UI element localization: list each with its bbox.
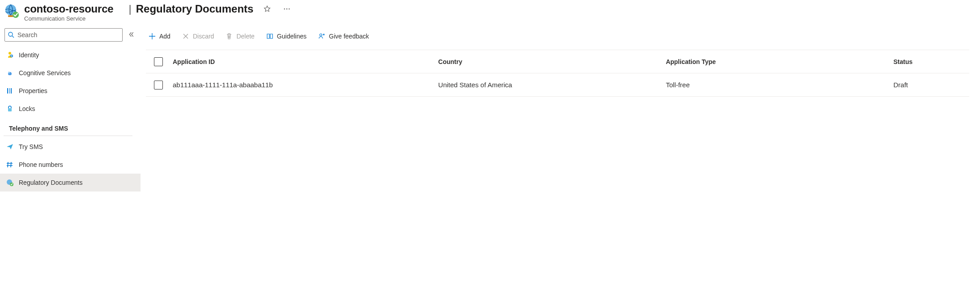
svg-rect-14 (8, 108, 12, 111)
feedback-button[interactable]: Give feedback (317, 31, 370, 42)
cell-status: Draft (893, 81, 969, 89)
documents-table: Application ID Country Application Type … (146, 50, 969, 97)
guidelines-button[interactable]: Guidelines (265, 31, 307, 42)
cell-app-type: Toll-free (666, 81, 894, 89)
regulatory-icon (6, 179, 13, 186)
nav-list-telephony: Try SMS Phone numbers Regulatory Documen… (0, 138, 141, 192)
svg-point-5 (289, 9, 290, 9)
search-box[interactable] (4, 28, 123, 42)
svg-point-6 (9, 32, 13, 36)
toolbar: Add Discard Delete (146, 28, 969, 50)
star-icon (263, 5, 271, 13)
svg-rect-11 (7, 88, 8, 94)
ellipsis-icon (283, 5, 291, 13)
hash-icon (6, 161, 13, 168)
svg-point-10 (8, 72, 10, 73)
column-country[interactable]: Country (438, 58, 666, 65)
add-button[interactable]: Add (148, 31, 171, 42)
discard-button[interactable]: Discard (181, 31, 215, 42)
svg-point-17 (320, 34, 322, 36)
sidebar-item-label: Try SMS (19, 143, 43, 150)
main-content: Add Discard Delete (141, 28, 980, 281)
sidebar-item-label: Identity (19, 51, 39, 59)
more-button[interactable] (281, 3, 293, 15)
lock-icon (6, 105, 13, 112)
resource-subtitle: Communication Service (24, 15, 293, 22)
svg-line-7 (12, 36, 14, 38)
resource-name: contoso-resource (24, 3, 114, 15)
toolbar-label: Guidelines (277, 33, 307, 40)
feedback-icon (318, 33, 325, 40)
sidebar-item-label: Cognitive Services (19, 69, 71, 77)
page-title: Regulatory Documents (136, 3, 254, 15)
svg-point-8 (9, 52, 11, 55)
sidebar-item-properties[interactable]: Properties (0, 82, 141, 100)
title-separator: | (129, 3, 132, 15)
select-all-checkbox[interactable] (154, 57, 163, 66)
toolbar-label: Discard (193, 33, 214, 40)
column-status[interactable]: Status (893, 58, 969, 65)
toolbar-label: Add (159, 33, 170, 40)
svg-point-4 (286, 9, 287, 9)
sidebar-item-trysms[interactable]: Try SMS (0, 138, 141, 156)
column-app-id[interactable]: Application ID (173, 58, 438, 65)
sidebar-item-cognitive[interactable]: Cognitive Services (0, 64, 141, 82)
trash-icon (226, 33, 233, 40)
search-input[interactable] (17, 31, 119, 38)
svg-rect-13 (11, 88, 12, 94)
nav-list-top: Identity Cognitive Services Properties (0, 46, 141, 118)
table-row[interactable]: ab111aaa-1111-111a-abaaba11b United Stat… (146, 73, 969, 97)
cell-app-id: ab111aaa-1111-111a-abaaba11b (173, 81, 438, 89)
sidebar-item-label: Properties (19, 87, 47, 94)
cell-country: United States of America (438, 81, 666, 89)
table-header-row: Application ID Country Application Type … (146, 50, 969, 73)
sidebar-item-identity[interactable]: Identity (0, 46, 141, 64)
page-header: contoso-resource | Regulatory Documents … (0, 0, 980, 28)
book-icon (266, 33, 273, 40)
sidebar-item-phone[interactable]: Phone numbers (0, 156, 141, 174)
svg-point-3 (284, 9, 285, 9)
toolbar-label: Delete (236, 33, 254, 40)
cognitive-icon (6, 69, 13, 77)
sidebar-item-regulatory[interactable]: Regulatory Documents (0, 174, 141, 192)
identity-icon (6, 51, 13, 59)
sidebar-item-label: Regulatory Documents (19, 179, 82, 186)
delete-button[interactable]: Delete (225, 31, 255, 42)
favorite-button[interactable] (261, 3, 273, 15)
sidebar: Identity Cognitive Services Properties (0, 28, 141, 281)
collapse-sidebar-button[interactable] (126, 30, 136, 41)
sidebar-item-label: Phone numbers (19, 161, 63, 168)
resource-icon (4, 4, 19, 18)
properties-icon (6, 87, 13, 94)
search-icon (8, 31, 15, 38)
sidebar-item-label: Locks (19, 105, 35, 112)
plane-icon (6, 143, 13, 150)
svg-rect-12 (9, 88, 10, 94)
chevron-double-left-icon (128, 31, 134, 38)
sidebar-item-locks[interactable]: Locks (0, 100, 141, 118)
nav-section-heading: Telephony and SMS (4, 118, 132, 136)
toolbar-label: Give feedback (329, 33, 369, 40)
x-icon (182, 33, 189, 40)
plus-icon (149, 33, 156, 40)
row-checkbox[interactable] (154, 81, 163, 89)
column-app-type[interactable]: Application Type (666, 58, 894, 65)
